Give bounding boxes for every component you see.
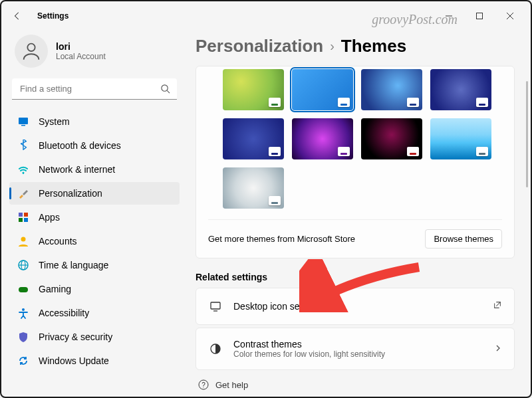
sidebar-item-gaming[interactable]: Gaming — [9, 278, 180, 300]
theme-thumbnail[interactable] — [430, 69, 491, 110]
scrollbar-thumb[interactable] — [526, 81, 528, 187]
get-help-link[interactable]: ? Get help — [196, 373, 515, 390]
browse-themes-button[interactable]: Browse themes — [425, 229, 502, 249]
sidebar-item-label: Gaming — [39, 284, 71, 294]
theme-thumbnail[interactable] — [292, 118, 353, 159]
theme-swatch — [407, 98, 419, 107]
svg-rect-11 — [24, 218, 28, 222]
sidebar-item-bluetooth[interactable]: Bluetooth & devices — [9, 134, 180, 157]
avatar — [15, 35, 48, 68]
svg-point-3 — [162, 85, 168, 91]
sidebar-item-update[interactable]: Windows Update — [9, 349, 180, 372]
svg-rect-18 — [211, 302, 220, 309]
sidebar-item-label: Apps — [39, 212, 60, 223]
back-button[interactable] — [7, 5, 28, 27]
sync-icon — [17, 355, 29, 367]
sidebar-item-accounts[interactable]: Accounts — [9, 230, 180, 252]
minimize-icon — [446, 13, 452, 19]
grid-icon — [17, 211, 29, 223]
close-icon — [507, 13, 513, 19]
person-icon — [17, 235, 29, 247]
theme-thumbnail[interactable] — [430, 118, 491, 159]
shield-icon — [17, 331, 29, 343]
setting-row-contrast[interactable]: Contrast themesColor themes for low visi… — [196, 328, 515, 370]
search-icon — [160, 84, 170, 96]
app-title: Settings — [37, 11, 68, 21]
setting-title: Contrast themes — [233, 339, 483, 349]
get-help-label: Get help — [215, 380, 248, 390]
theme-swatch — [269, 147, 281, 156]
svg-point-12 — [21, 237, 26, 242]
sidebar-item-label: System — [39, 116, 70, 127]
monitor-icon — [208, 299, 223, 314]
search-box — [12, 78, 177, 100]
external-link-icon — [493, 300, 502, 310]
svg-rect-8 — [19, 213, 23, 217]
gamepad-icon — [17, 283, 29, 295]
sidebar-item-accessibility[interactable]: Accessibility — [9, 302, 180, 324]
maximize-icon — [476, 13, 483, 19]
sidebar-item-label: Bluetooth & devices — [39, 140, 121, 151]
sidebar-item-label: Network & internet — [39, 164, 115, 175]
setting-row-desktop-icons[interactable]: Desktop icon settings — [196, 288, 515, 325]
svg-point-17 — [22, 308, 25, 311]
store-text: Get more themes from Microsoft Store — [208, 234, 355, 244]
svg-point-2 — [27, 44, 35, 51]
search-input[interactable] — [12, 78, 177, 100]
theme-thumbnail[interactable] — [361, 69, 422, 110]
theme-thumbnail[interactable] — [223, 167, 284, 209]
profile[interactable]: lori Local Account — [9, 31, 180, 78]
svg-rect-1 — [477, 13, 483, 19]
arrow-left-icon — [13, 11, 22, 21]
theme-swatch — [476, 147, 488, 156]
theme-thumbnail[interactable] — [361, 118, 422, 159]
main-panel: Personalization › Themes Get more themes… — [188, 31, 531, 397]
sidebar-item-privacy[interactable]: Privacy & security — [9, 326, 180, 348]
sidebar-item-label: Privacy & security — [39, 332, 112, 342]
theme-grid — [223, 69, 502, 209]
setting-title: Desktop icon settings — [233, 301, 482, 312]
svg-rect-10 — [19, 218, 23, 222]
breadcrumb-current: Themes — [341, 36, 406, 56]
sidebar-item-label: Time & language — [39, 260, 108, 270]
sidebar-item-label: Personalization — [39, 188, 102, 199]
bluetooth-icon — [17, 140, 29, 151]
minimize-button[interactable] — [434, 5, 464, 27]
chevron-right-icon — [494, 344, 502, 352]
nav-list: SystemBluetooth & devicesNetwork & inter… — [9, 110, 180, 372]
sidebar-item-network[interactable]: Network & internet — [9, 158, 180, 181]
scrollbar[interactable] — [525, 33, 528, 394]
svg-rect-16 — [19, 287, 28, 292]
svg-rect-9 — [24, 213, 28, 217]
svg-point-7 — [23, 172, 25, 174]
themes-panel: Get more themes from Microsoft Store Bro… — [196, 66, 515, 258]
sidebar: lori Local Account SystemBluetooth & dev… — [1, 31, 188, 397]
display-icon — [17, 116, 29, 128]
theme-thumbnail[interactable] — [223, 69, 284, 110]
close-button[interactable] — [495, 5, 525, 27]
theme-swatch — [338, 147, 350, 156]
setting-sub: Color themes for low vision, light sensi… — [233, 349, 483, 359]
theme-thumbnail[interactable] — [292, 69, 353, 110]
breadcrumb: Personalization › Themes — [196, 36, 515, 56]
store-row: Get more themes from Microsoft Store Bro… — [208, 219, 502, 249]
sidebar-item-apps[interactable]: Apps — [9, 206, 180, 229]
svg-rect-6 — [21, 125, 25, 126]
sidebar-item-time[interactable]: Time & language — [9, 254, 180, 276]
maximize-button[interactable] — [464, 5, 495, 27]
sidebar-item-personalization[interactable]: Personalization — [9, 182, 180, 205]
svg-rect-5 — [19, 118, 28, 124]
wifi-icon — [17, 163, 29, 175]
theme-thumbnail[interactable] — [223, 118, 284, 159]
contrast-icon — [208, 342, 223, 356]
theme-swatch — [338, 98, 350, 107]
svg-text:?: ? — [201, 381, 205, 389]
theme-swatch — [476, 98, 488, 107]
chevron-right-icon: › — [330, 39, 334, 54]
brush-icon — [17, 187, 29, 199]
person-icon — [20, 40, 43, 62]
breadcrumb-parent[interactable]: Personalization — [196, 36, 323, 56]
related-settings-title: Related settings — [196, 272, 515, 282]
sidebar-item-system[interactable]: System — [9, 110, 180, 133]
theme-swatch — [407, 147, 419, 156]
